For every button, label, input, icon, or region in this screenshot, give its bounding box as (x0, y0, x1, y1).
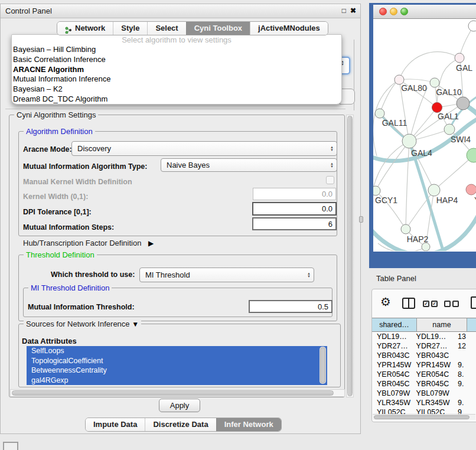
tab-discretize-data[interactable]: Discretize Data (145, 418, 216, 431)
columns-icon[interactable] (402, 298, 415, 309)
apply-button[interactable]: Apply (159, 399, 200, 412)
popup-item[interactable]: Dream8 DC_TDC Algorithm (12, 94, 341, 105)
tab-cyni-toolbox[interactable]: Cyni Toolbox (186, 22, 250, 35)
collapse-down-icon: ▼ (132, 320, 139, 328)
mi-threshold-group-title: MI Threshold Definition (28, 283, 112, 292)
threshold-definition-title: Threshold Definition (24, 250, 97, 259)
tab-infer-network[interactable]: Infer Network (216, 418, 281, 431)
network-node[interactable] (422, 243, 430, 251)
aracne-mode-select[interactable]: Discovery ▲▼ (71, 141, 337, 156)
network-node[interactable] (457, 97, 470, 110)
settings-vertical-scrollbar[interactable] (346, 115, 354, 397)
bottom-tabs: Impute Data Discretize Data Infer Networ… (85, 418, 282, 432)
column-header-shared-name[interactable]: shared… (372, 318, 417, 332)
network-node[interactable] (430, 78, 439, 87)
cell: YER054C (372, 370, 412, 380)
network-canvas[interactable]: GALGAL80GAL10GAL1GAL11SWI4GAL4GCY1HAP4YH… (373, 19, 476, 251)
hub-definition-expander[interactable]: Hub/Transcription Factor Definition ▶ (23, 239, 154, 247)
table-row[interactable]: YPR145WYPR145W9. (372, 361, 476, 370)
table-row[interactable]: YER054CYER054C8. (372, 370, 476, 380)
page-icon[interactable] (471, 296, 476, 309)
table-panel-title: Table Panel (376, 274, 416, 283)
control-panel-titlebar: Control Panel □ ✖ (1, 4, 360, 18)
attribute-item-selected[interactable]: BetweennessCentrality (27, 366, 327, 376)
table-row[interactable]: YDL19…YDL19…13 (372, 332, 476, 342)
network-window: GALGAL80GAL10GAL1GAL11SWI4GAL4GCY1HAP4YH… (369, 3, 476, 268)
attributes-scrollbar[interactable] (319, 347, 326, 384)
splitpane-grip[interactable] (359, 216, 363, 223)
network-edge (380, 80, 399, 113)
mi-steps-field[interactable]: 6 (252, 217, 337, 230)
attribute-item-selected[interactable]: SelfLoops (27, 346, 327, 356)
minimized-panel-tab[interactable] (3, 442, 18, 450)
maximize-window-icon[interactable] (400, 8, 408, 15)
table-row[interactable]: YBR045CYBR045C9. (372, 380, 476, 389)
aracne-mode-label: Aracne Mode: (23, 145, 72, 154)
close-window-icon[interactable] (379, 8, 387, 15)
tab-cyni-toolbox-label: Cyni Toolbox (194, 22, 242, 35)
network-node[interactable] (455, 53, 464, 63)
hub-definition-label: Hub/Transcription Factor Definition (23, 239, 141, 247)
attribute-item-selected[interactable]: gal4RGexp (27, 376, 327, 386)
tab-select[interactable]: Select (147, 22, 185, 35)
tab-style[interactable]: Style (113, 22, 147, 35)
popup-item-highlighted[interactable]: ARACNE Algorithm (12, 65, 341, 75)
close-panel-icon[interactable]: ✖ (350, 6, 356, 15)
network-node[interactable] (432, 103, 442, 113)
cell: 12 (455, 342, 476, 351)
network-node[interactable] (466, 184, 476, 195)
network-window-titlebar[interactable] (373, 5, 476, 19)
mi-threshold-field[interactable]: 0.5 (249, 300, 332, 313)
cell: YBR043C (372, 351, 412, 361)
data-attributes-list: SelfLoops TopologicalCoefficient Between… (27, 346, 327, 385)
deselect-all-columns-icon[interactable] (444, 301, 459, 307)
popup-item[interactable]: Basic Correlation Inference (12, 55, 341, 65)
tab-network[interactable]: Network (57, 22, 113, 35)
cell: YBR045C (412, 380, 455, 389)
network-node[interactable] (373, 186, 380, 195)
popup-item[interactable]: Bayesian – K2 (12, 84, 341, 94)
table-row[interactable]: YLR345WYLR345W9. (372, 399, 476, 408)
panel-title: Control Panel (5, 4, 52, 18)
cell: YPR145W (372, 361, 412, 370)
tab-select-label: Select (155, 22, 178, 35)
settings-horizontal-scrollbar[interactable] (10, 389, 345, 397)
minimize-window-icon[interactable] (390, 8, 397, 15)
network-node-label: GAL4 (411, 148, 432, 158)
cell: 9. (455, 361, 476, 370)
cell: YBR043C (412, 351, 455, 361)
network-node[interactable] (428, 184, 440, 196)
kernel-width-value: 0.0 (322, 190, 332, 198)
popup-item[interactable]: Mutual Information Inference (12, 74, 341, 84)
attribute-item-selected[interactable]: TopologicalCoefficient (27, 356, 327, 366)
select-all-columns-icon[interactable]: ✓ ✓ (423, 301, 438, 307)
network-node[interactable] (375, 109, 384, 118)
kernel-width-field[interactable]: 0.0 (253, 188, 336, 200)
manual-kernel-checkbox[interactable] (326, 176, 334, 184)
network-node-label: GAL11 (382, 118, 407, 128)
sources-title[interactable]: Sources for Network Inference ▼ (24, 319, 141, 328)
dpi-tolerance-value: 0.0 (322, 204, 332, 213)
which-threshold-select[interactable]: MI Threshold ▲▼ (139, 268, 314, 282)
table-row[interactable]: YBR043CYBR043C (372, 351, 476, 361)
tab-jactivemnodules[interactable]: jActiveMNodules (250, 22, 328, 35)
float-panel-icon[interactable]: □ (342, 6, 346, 15)
network-node[interactable] (444, 124, 455, 135)
tab-impute-data[interactable]: Impute Data (86, 418, 145, 431)
mi-steps-label: Mutual Information Steps: (23, 223, 114, 231)
table-row[interactable]: YBL079WYBL079W (372, 389, 476, 399)
network-node[interactable] (402, 134, 416, 148)
column-header-name[interactable]: name (417, 318, 467, 332)
column-header-clipped[interactable] (467, 318, 476, 332)
network-edge (434, 155, 474, 190)
table-row[interactable]: YDR27…YDR27…12 (372, 342, 476, 351)
mi-type-select[interactable]: Naive Bayes ▲▼ (161, 158, 337, 172)
dpi-tolerance-field[interactable]: 0.0 (252, 202, 337, 216)
popup-item[interactable]: Bayesian – Hill Climbing (12, 45, 341, 55)
table-horizontal-scrollbar[interactable] (373, 414, 475, 420)
network-node[interactable] (401, 224, 410, 234)
network-node[interactable] (468, 21, 476, 31)
network-edge (399, 79, 435, 83)
cell: 9. (455, 399, 476, 408)
gear-icon[interactable]: ⚙ (380, 296, 391, 308)
